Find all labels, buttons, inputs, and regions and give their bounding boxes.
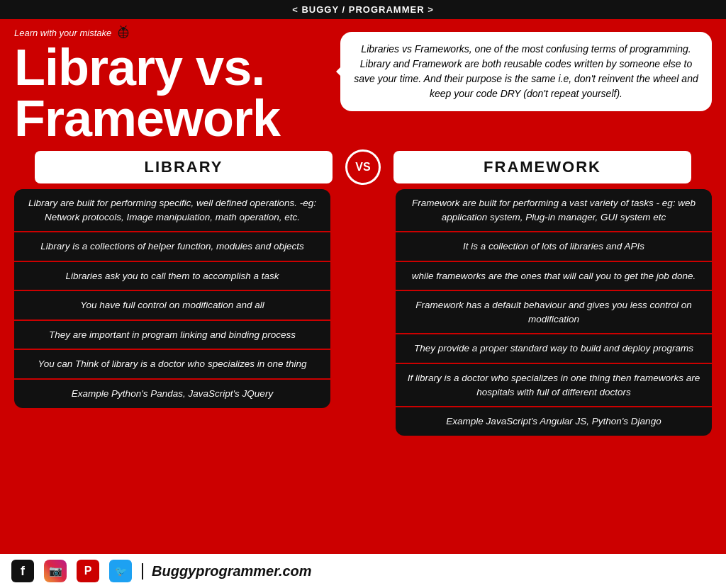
framework-row-2: It is a collection of lots of libraries … <box>396 232 712 262</box>
framework-row-1: Framework are built for performing a vas… <box>396 189 712 232</box>
library-header: LIBRARY <box>35 151 333 183</box>
library-row-6: You can Think of library is a doctor who… <box>14 350 330 380</box>
framework-header: FRAMEWORK <box>393 151 691 183</box>
svg-point-6 <box>122 27 125 30</box>
library-row-3: Libraries ask you to call them to accomp… <box>14 262 330 292</box>
library-row-7: Example Python's Pandas, JavaScript's JQ… <box>14 380 330 408</box>
vs-header: LIBRARY VS FRAMEWORK <box>0 144 726 189</box>
header-section: Learn with your mistake Library vs. Fram… <box>0 19 726 144</box>
framework-column: Framework are built for performing a vas… <box>396 189 712 436</box>
svg-line-7 <box>121 26 122 27</box>
pinterest-icon[interactable]: P <box>77 560 99 582</box>
framework-row-6: If library is a doctor who specializes i… <box>396 364 712 407</box>
speech-bubble: Libraries vs Frameworks, one of the most… <box>340 32 712 111</box>
svg-line-8 <box>125 26 126 27</box>
bug-icon <box>116 25 131 40</box>
main-title: Library vs. Framework <box>14 42 326 144</box>
vs-badge: VS <box>345 149 381 185</box>
framework-row-3: while frameworks are the ones that will … <box>396 262 712 292</box>
library-row-4: You have full control on modification an… <box>14 291 330 321</box>
twitter-icon[interactable]: 🐦 <box>109 560 132 582</box>
footer-brand: Buggyprogrammer.com <box>142 563 312 579</box>
top-bar: < BUGGY / PROGRAMMER > <box>0 0 726 19</box>
library-row-1: Library are built for performing specifi… <box>14 189 330 232</box>
learn-text: Learn with your mistake <box>14 25 326 40</box>
library-row-5: They are important in program linking an… <box>14 321 330 351</box>
library-column: Library are built for performing specifi… <box>14 189 330 408</box>
framework-row-5: They provide a proper standard way to bu… <box>396 334 712 364</box>
library-row-2: Library is a collections of helper funct… <box>14 232 330 262</box>
facebook-icon[interactable]: f <box>11 560 34 582</box>
framework-row-4: Framework has a default behaviour and gi… <box>396 291 712 334</box>
brand-text: < BUGGY / PROGRAMMER > <box>292 4 433 15</box>
title-area: Learn with your mistake Library vs. Fram… <box>14 25 326 144</box>
comparison-area: Library are built for performing specifi… <box>0 189 726 436</box>
framework-row-7: Example JavaScript's Angular JS, Python'… <box>396 407 712 436</box>
footer: f 📷 P 🐦 Buggyprogrammer.com <box>0 554 726 588</box>
instagram-icon[interactable]: 📷 <box>44 560 67 582</box>
